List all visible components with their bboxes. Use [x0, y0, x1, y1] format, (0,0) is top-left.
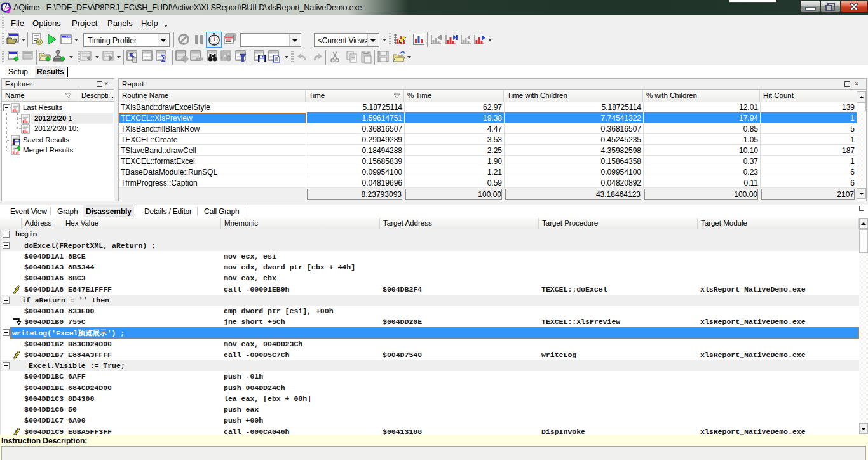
svg-text:3: 3 [6, 5, 11, 14]
